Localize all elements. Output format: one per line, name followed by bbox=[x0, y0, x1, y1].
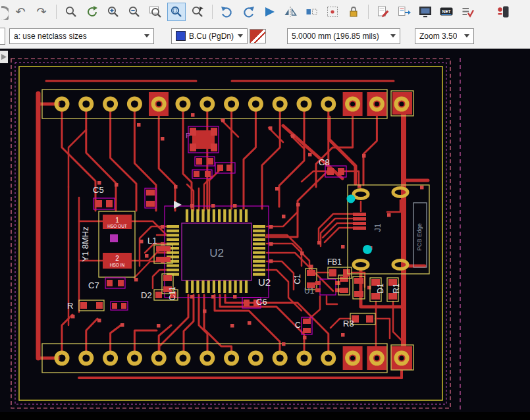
clipped-toolbar-fragment bbox=[0, 51, 8, 63]
search-button[interactable] bbox=[62, 3, 80, 21]
update-pcb-button[interactable] bbox=[395, 3, 413, 21]
chevron-down-icon bbox=[388, 34, 398, 38]
refresh-button[interactable] bbox=[83, 3, 101, 21]
zoom-to-selection-icon bbox=[169, 5, 184, 19]
edit-properties-button[interactable] bbox=[374, 3, 392, 21]
design-checklist-button[interactable] bbox=[458, 3, 477, 21]
xtal-pin2: 2 bbox=[115, 255, 119, 262]
xtal-hso-in: HSO IN bbox=[110, 263, 125, 267]
ref-fb1: FB1 bbox=[327, 257, 342, 267]
pad-tool-icon bbox=[304, 5, 319, 19]
toolbar-separator bbox=[368, 5, 369, 19]
main-toolbar: ↶ ↷ bbox=[0, 0, 530, 24]
clipped-icon bbox=[1, 4, 9, 20]
zoom-value: Zoom 3.50 bbox=[419, 32, 457, 41]
ref-r1: R1 bbox=[392, 283, 401, 294]
component-c-small[interactable] bbox=[302, 317, 312, 334]
component-r3[interactable] bbox=[350, 313, 375, 325]
zoom-to-objects-icon bbox=[190, 5, 205, 19]
footprint-tool-button[interactable] bbox=[323, 3, 342, 21]
ref-c-small: C bbox=[295, 321, 301, 330]
ref-u1: U1 bbox=[304, 286, 315, 296]
toolbar-separator bbox=[212, 5, 213, 19]
run-icon bbox=[262, 5, 277, 19]
component-r-left[interactable] bbox=[79, 300, 128, 311]
rotate-cw-icon bbox=[241, 5, 255, 19]
run-button[interactable] bbox=[260, 3, 278, 21]
undo-button[interactable]: ↶ bbox=[11, 3, 30, 21]
redo-button[interactable]: ↷ bbox=[32, 3, 51, 21]
ref-r3: R3 bbox=[343, 319, 354, 328]
ref-u2-silk: U2 bbox=[258, 276, 271, 288]
pad-tool-button[interactable] bbox=[302, 3, 321, 21]
ref-c1: C1 bbox=[293, 274, 302, 284]
ref-c7: C7 bbox=[88, 280, 99, 290]
drill-marker bbox=[347, 195, 356, 203]
rotate-cw-button[interactable] bbox=[239, 3, 257, 21]
xtal-hso-out: HSO OUT bbox=[107, 224, 127, 228]
plugin-icon bbox=[496, 5, 511, 19]
zoom-out-button[interactable] bbox=[125, 3, 144, 21]
design-checklist-icon bbox=[460, 5, 475, 19]
track-width-select[interactable]: a: use netclass sizes bbox=[9, 28, 154, 44]
ref-j1: J1 bbox=[373, 223, 383, 232]
search-icon bbox=[64, 5, 78, 19]
component-top-cluster[interactable] bbox=[188, 126, 235, 178]
refresh-icon bbox=[85, 5, 99, 19]
board-view[interactable]: C5 C7 Y1 8MHz 1 HSO OUT 2 HSO IN L1 D2 C… bbox=[0, 49, 530, 420]
zoom-selection-button[interactable] bbox=[167, 3, 186, 21]
track-size-value: 5.0000 mm (196.85 mils) bbox=[292, 32, 379, 41]
pcb-canvas[interactable]: C5 C7 Y1 8MHz 1 HSO OUT 2 HSO IN L1 D2 C… bbox=[0, 49, 530, 420]
rotate-ccw-button[interactable] bbox=[218, 3, 236, 21]
pcb-edge-label: PCB Edge bbox=[416, 223, 423, 251]
flip-view-button[interactable] bbox=[281, 3, 300, 21]
ref-c5: C5 bbox=[93, 185, 104, 195]
ref-d1: D1 bbox=[376, 283, 385, 294]
chevron-down-icon bbox=[235, 34, 246, 38]
ref-r-left: R bbox=[67, 301, 73, 311]
xtal-pin1: 1 bbox=[115, 217, 119, 224]
ref-p: P bbox=[186, 132, 190, 140]
zoom-objects-button[interactable] bbox=[188, 3, 207, 21]
clipped-control bbox=[0, 28, 5, 45]
plugin-button[interactable] bbox=[494, 3, 513, 21]
layer-value: B.Cu (PgDn) bbox=[189, 32, 234, 41]
track-size-select[interactable]: 5.0000 mm (196.85 mils) bbox=[287, 28, 400, 44]
layer-color-swatch bbox=[176, 31, 186, 41]
drill-marker bbox=[363, 245, 372, 254]
flip-board-view-icon bbox=[283, 5, 298, 19]
footprint-tool-icon bbox=[325, 5, 340, 19]
ref-c8: C8 bbox=[319, 157, 330, 167]
ref-l1: L1 bbox=[147, 236, 157, 246]
ref-d2: D2 bbox=[141, 290, 152, 300]
component-c7[interactable] bbox=[105, 278, 125, 288]
component-small-cap[interactable] bbox=[145, 188, 156, 208]
lock-button[interactable] bbox=[344, 3, 363, 21]
zoom-select[interactable]: Zoom 3.50 bbox=[415, 28, 474, 44]
canvas-bottom-band bbox=[0, 412, 530, 420]
layer-presentation-swatch[interactable] bbox=[250, 29, 266, 43]
toolbar-separator bbox=[56, 5, 57, 19]
component-l1[interactable] bbox=[154, 245, 172, 263]
zoom-out-icon bbox=[127, 5, 142, 19]
layer-select[interactable]: B.Cu (PgDn) bbox=[171, 28, 248, 44]
zoom-fit-button[interactable] bbox=[146, 3, 165, 21]
component-c5[interactable] bbox=[93, 198, 115, 209]
undo-icon: ↶ bbox=[15, 6, 25, 18]
edit-properties-icon bbox=[376, 5, 390, 19]
editor-window-icon bbox=[418, 5, 433, 19]
redo-icon: ↷ bbox=[36, 6, 46, 18]
zoom-in-icon bbox=[106, 5, 120, 19]
track-width-value: a: use netclass sizes bbox=[14, 32, 87, 41]
settings-toolbar: a: use netclass sizes B.Cu (PgDn) 5.0000… bbox=[0, 24, 530, 49]
ref-c6: C6 bbox=[256, 297, 267, 307]
zoom-fit-page-icon bbox=[148, 5, 163, 19]
chevron-down-icon bbox=[142, 34, 152, 38]
ref-u2-fab: U2 bbox=[209, 247, 224, 259]
net-inspector-button[interactable]: NET bbox=[437, 3, 456, 21]
editor-window-button[interactable] bbox=[416, 3, 435, 21]
chevron-down-icon bbox=[462, 34, 472, 38]
ref-y1: Y1 8MHz bbox=[80, 226, 90, 261]
zoom-in-button[interactable] bbox=[104, 3, 122, 21]
pin1-marker bbox=[174, 201, 182, 209]
